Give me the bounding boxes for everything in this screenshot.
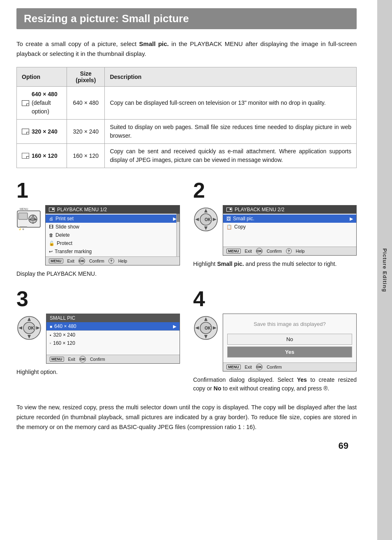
protect-label: Protect xyxy=(57,240,72,246)
size-cell-3: 160 × 120 xyxy=(67,144,105,168)
size-320-icon: ▪ xyxy=(50,333,51,337)
ok-btn-2: OK xyxy=(256,248,263,254)
svg-text:⚡ ✲: ⚡ ✲ xyxy=(18,228,24,231)
page-title: Resizing a picture: Small picture xyxy=(16,8,357,29)
menu-item-smallpic: 🖼 Small pic. ▶ xyxy=(223,215,356,223)
step-4-content: OK Save this image as displayed? No Yes xyxy=(193,314,357,372)
caption-2-bold: Small pic. xyxy=(217,261,244,267)
size-cell-2: 320 × 240 xyxy=(67,120,105,144)
confirm-label-2: Confirm xyxy=(267,249,282,254)
step-2-block: 2 OK xyxy=(193,180,357,278)
intro-paragraph: To create a small copy of a picture, sel… xyxy=(16,39,357,59)
confirm-label-1: Confirm xyxy=(89,258,104,263)
step-2-number: 2 xyxy=(193,180,357,201)
menu-item-transfer: ↩ Transfer marking xyxy=(46,247,180,256)
menu-title-3: SMALL PIC xyxy=(50,315,75,321)
menu-footer-4: MENU Exit OK Confirm xyxy=(223,362,356,371)
option-size-3: 160 × 120 xyxy=(32,152,58,160)
smallpic-icon: 🖼 xyxy=(226,216,231,221)
desc-cell-2: Suited to display on web pages. Small fi… xyxy=(105,120,357,144)
step-4-confirm-screen: Save this image as displayed? No Yes MEN… xyxy=(223,314,357,372)
size-640-arrow: ▶ xyxy=(173,324,176,329)
trash-icon: 🗑 xyxy=(49,233,53,238)
size-640-label: 640 × 480 xyxy=(54,323,76,329)
confirm-body: Save this image as displayed? No Yes xyxy=(223,314,356,362)
menu-title-1: PLAYBACK MENU 1/2 xyxy=(57,207,107,212)
steps-grid: 1 MENU OK ▲ ▼ ◀ xyxy=(16,180,357,393)
protect-icon: 🔓 xyxy=(49,241,55,246)
print-label: Print set xyxy=(55,216,74,222)
table-row: 640 × 480 (default option) 640 × 480 Cop… xyxy=(17,87,357,120)
selector-svg-2: OK xyxy=(193,207,219,232)
option-cell-3: 160 × 120 xyxy=(17,144,67,168)
selector-svg-3: OK xyxy=(16,315,42,341)
help-label-2: Help xyxy=(296,249,305,254)
help-icon-2: ? xyxy=(286,248,292,254)
menu-items-2: 🖼 Small pic. ▶ 📋 Copy xyxy=(223,214,356,234)
exit-label-3: Exit xyxy=(68,357,76,362)
table-row: 160 × 120 160 × 120 Copy can be sent and… xyxy=(17,144,357,168)
menu-header-3: SMALL PIC xyxy=(46,314,180,322)
smallpic-label: Small pic. xyxy=(233,216,254,222)
step-3-block: 3 OK SMALL PI xyxy=(16,288,180,393)
desc-cell-1: Copy can be displayed full-screen on tel… xyxy=(105,87,357,120)
svg-text:MENU: MENU xyxy=(20,208,28,210)
size-160-icon: ▫ xyxy=(50,341,51,345)
selector-2: OK xyxy=(193,207,219,233)
camera-svg-1: MENU OK ▲ ▼ ◀ ▶ ⚡ ✲ xyxy=(16,207,41,231)
svg-text:OK: OK xyxy=(28,326,35,330)
help-icon-1: ? xyxy=(108,258,114,264)
size-160-label: 160 × 120 xyxy=(53,340,75,346)
exit-label-1: Exit xyxy=(67,258,75,263)
menu-items-1: 🖨 Print set ▶ 🎞 Slide show 🗑 Delete xyxy=(46,214,180,256)
step-1-content: MENU OK ▲ ▼ ◀ ▶ ⚡ ✲ xyxy=(16,205,180,265)
step-4-block: 4 OK Save thi xyxy=(193,288,357,393)
main-content: Resizing a picture: Small picture To cre… xyxy=(0,0,377,472)
no-button: No xyxy=(227,334,352,345)
page-number: 69 xyxy=(16,441,357,455)
step-3-caption: Highlight option. xyxy=(16,368,180,376)
ok-btn-3: OK xyxy=(79,356,86,362)
caption-2-start: Highlight xyxy=(193,261,217,267)
playback-icon-2 xyxy=(226,208,232,212)
delete-label: Delete xyxy=(55,232,70,238)
camera-1: MENU OK ▲ ▼ ◀ ▶ ⚡ ✲ xyxy=(16,207,41,232)
ok-btn-1: OK xyxy=(78,258,85,264)
step-4-caption: Confirmation dialog displayed. Select Ye… xyxy=(193,376,357,393)
transfer-label: Transfer marking xyxy=(55,249,92,254)
confirm-label-4: Confirm xyxy=(267,365,282,369)
confirm-question: Save this image as displayed? xyxy=(227,321,352,328)
menu-item-320: ▪ 320 × 240 xyxy=(46,331,180,339)
option-icon-1 xyxy=(22,100,29,106)
menu-items-3: ■ 640 × 480 ▶ ▪ 320 × 240 ▫ 160 × 120 xyxy=(46,322,180,347)
svg-text:OK: OK xyxy=(205,217,211,222)
menu-item-delete: 🗑 Delete xyxy=(46,231,180,239)
size-640-icon: ■ xyxy=(50,324,52,329)
option-note-1: (default option) xyxy=(32,99,62,116)
desc-cell-3: Copy can be sent and received quickly as… xyxy=(105,144,357,168)
step-3-number: 3 xyxy=(16,288,180,309)
selector-3: OK xyxy=(16,315,42,342)
menu-btn-1: MENU xyxy=(49,258,63,263)
intro-bold: Small pic. xyxy=(139,40,169,47)
menu-header-2: PLAYBACK MENU 2/2 xyxy=(223,205,356,214)
scrollbar-thumb-1 xyxy=(177,214,180,222)
options-table: Option Size (pixels) Description 640 × 4… xyxy=(16,67,357,168)
menu-item-copy: 📋 Copy xyxy=(223,223,356,231)
selector-4: OK xyxy=(193,315,219,342)
step-4-number: 4 xyxy=(193,288,357,309)
exit-label-4: Exit xyxy=(245,365,252,369)
menu-footer-2: MENU Exit OK Confirm ? Help xyxy=(223,247,356,255)
smallpic-arrow: ▶ xyxy=(350,216,353,222)
slideshow-label: Slide show xyxy=(55,224,79,230)
option-cell-1: 640 × 480 (default option) xyxy=(17,87,67,120)
exit-label-2: Exit xyxy=(245,249,252,254)
caption-4-yes: Yes xyxy=(297,376,307,383)
print-arrow: ▶ xyxy=(173,216,176,222)
playback-icon-1 xyxy=(49,208,55,212)
option-cell-2: 320 × 240 xyxy=(17,120,67,144)
step-3-menu-screen: SMALL PIC ■ 640 × 480 ▶ ▪ 320 × 240 xyxy=(46,314,180,364)
option-size-1: 640 × 480 xyxy=(32,90,62,99)
menu-header-1: PLAYBACK MENU 1/2 xyxy=(46,205,180,214)
menu-footer-1: MENU Exit OK Confirm ? Help xyxy=(46,256,180,265)
